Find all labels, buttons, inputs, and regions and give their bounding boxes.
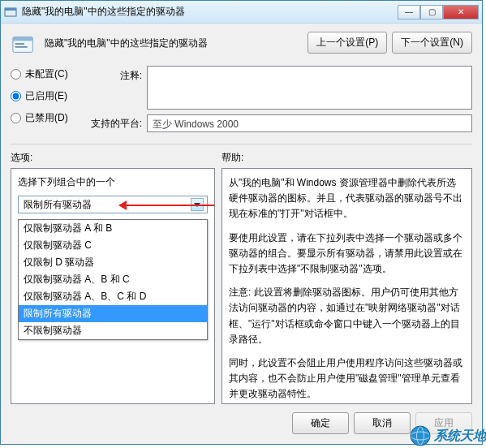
radio-column: 未配置(C) 已启用(E) 已禁用(D) bbox=[11, 66, 84, 132]
close-button[interactable]: ✕ bbox=[443, 5, 479, 19]
window-buttons: — ▢ ✕ bbox=[398, 5, 479, 19]
annotation-arrow bbox=[122, 205, 215, 206]
header-row: 隐藏"我的电脑"中的这些指定的驱动器 上一个设置(P) 下一个设置(N) bbox=[11, 32, 472, 58]
dd-item-ab[interactable]: 仅限制驱动器 A 和 B bbox=[19, 220, 207, 237]
radio-disabled[interactable]: 已禁用(D) bbox=[11, 111, 84, 125]
help-p4: 同时，此设置不会阻止用户使用程序访问这些驱动器或其内容，也不会防止用户使用"磁盘… bbox=[229, 355, 465, 403]
help-panel: 从"我的电脑"和 Windows 资源管理器中删除代表所选硬件驱动器的图标。并且… bbox=[221, 168, 472, 404]
comment-column: 注释: 支持的平台: 至少 Windows 2000 bbox=[90, 66, 472, 132]
globe-icon bbox=[410, 425, 431, 446]
drive-dropdown: 仅限制驱动器 A 和 B 仅限制驱动器 C 仅限制 D 驱动器 仅限制驱动器 A… bbox=[18, 219, 208, 340]
dd-item-none[interactable]: 不限制驱动器 bbox=[19, 322, 207, 339]
policy-icon bbox=[11, 32, 37, 58]
radio-enabled-label: 已启用(E) bbox=[25, 89, 67, 103]
options-panel: 选择下列组合中的一个 限制所有驱动器 仅限制驱动器 A 和 B 仅限制驱动器 C… bbox=[11, 168, 215, 404]
svg-rect-5 bbox=[15, 46, 28, 48]
maximize-button[interactable]: ▢ bbox=[420, 5, 443, 19]
titlebar: 隐藏"我的电脑"中的这些指定的驱动器 — ▢ ✕ bbox=[1, 1, 482, 24]
titlebar-title: 隐藏"我的电脑"中的这些指定的驱动器 bbox=[22, 5, 398, 19]
platform-value: 至少 Windows 2000 bbox=[147, 114, 472, 132]
comment-label: 注释: bbox=[90, 66, 142, 83]
radio-enabled[interactable]: 已启用(E) bbox=[11, 89, 84, 103]
radio-disabled-label: 已禁用(D) bbox=[25, 111, 68, 125]
comment-row: 注释: bbox=[90, 66, 472, 110]
platform-label: 支持的平台: bbox=[90, 117, 142, 131]
content: 隐藏"我的电脑"中的这些指定的驱动器 上一个设置(P) 下一个设置(N) 未配置… bbox=[1, 24, 482, 444]
section-labels: 选项: 帮助: bbox=[11, 151, 472, 165]
options-title: 选择下列组合中的一个 bbox=[18, 175, 208, 189]
svg-rect-3 bbox=[13, 37, 32, 41]
divider bbox=[11, 144, 472, 144]
comment-textarea[interactable] bbox=[147, 66, 472, 110]
prev-setting-button[interactable]: 上一个设置(P) bbox=[308, 32, 387, 54]
radio-not-configured[interactable]: 未配置(C) bbox=[11, 67, 84, 81]
radio-not-configured-input[interactable] bbox=[11, 69, 21, 80]
radio-not-configured-label: 未配置(C) bbox=[25, 67, 68, 81]
help-p2: 要使用此设置，请在下拉列表中选择一个驱动器或多个驱动器的组合。要显示所有驱动器，… bbox=[229, 230, 465, 278]
next-setting-button[interactable]: 下一个设置(N) bbox=[392, 32, 472, 54]
help-label: 帮助: bbox=[221, 151, 472, 165]
platform-row: 支持的平台: 至少 Windows 2000 bbox=[90, 114, 472, 132]
help-p1: 从"我的电脑"和 Windows 资源管理器中删除代表所选硬件驱动器的图标。并且… bbox=[229, 175, 465, 222]
dd-item-c[interactable]: 仅限制驱动器 C bbox=[19, 237, 207, 254]
policy-window: 隐藏"我的电脑"中的这些指定的驱动器 — ▢ ✕ 隐藏"我的电脑"中的这些指定的… bbox=[0, 0, 483, 445]
panels: 选择下列组合中的一个 限制所有驱动器 仅限制驱动器 A 和 B 仅限制驱动器 C… bbox=[11, 168, 472, 404]
nav-buttons: 上一个设置(P) 下一个设置(N) bbox=[308, 32, 472, 54]
cancel-button[interactable]: 取消 bbox=[354, 412, 411, 434]
radio-enabled-input[interactable] bbox=[11, 91, 21, 101]
dd-item-d[interactable]: 仅限制 D 驱动器 bbox=[19, 254, 207, 271]
ok-button[interactable]: 确定 bbox=[292, 412, 349, 434]
dd-item-abc[interactable]: 仅限制驱动器 A、B 和 C bbox=[19, 271, 207, 288]
dd-item-abcd[interactable]: 仅限制驱动器 A、B、C 和 D bbox=[19, 288, 207, 305]
help-p3: 注意: 此设置将删除驱动器图标。用户仍可使用其他方法访问驱动器的内容，如通过在"… bbox=[229, 285, 465, 347]
bottom-bar: 确定 取消 应用 bbox=[11, 404, 472, 436]
drive-select-value: 限制所有驱动器 bbox=[24, 198, 92, 212]
options-label: 选项: bbox=[11, 151, 221, 165]
radio-disabled-input[interactable] bbox=[11, 113, 21, 123]
minimize-button[interactable]: — bbox=[398, 5, 420, 19]
svg-rect-4 bbox=[15, 43, 24, 45]
watermark: 系统天地 bbox=[410, 425, 486, 446]
watermark-text: 系统天地 bbox=[434, 428, 486, 445]
dd-item-all[interactable]: 限制所有驱动器 bbox=[19, 305, 207, 322]
window-icon bbox=[4, 6, 17, 19]
page-title: 隐藏"我的电脑"中的这些指定的驱动器 bbox=[45, 32, 299, 50]
svg-rect-1 bbox=[5, 8, 16, 11]
config-area: 未配置(C) 已启用(E) 已禁用(D) 注释: 支持的平台: bbox=[11, 66, 472, 132]
